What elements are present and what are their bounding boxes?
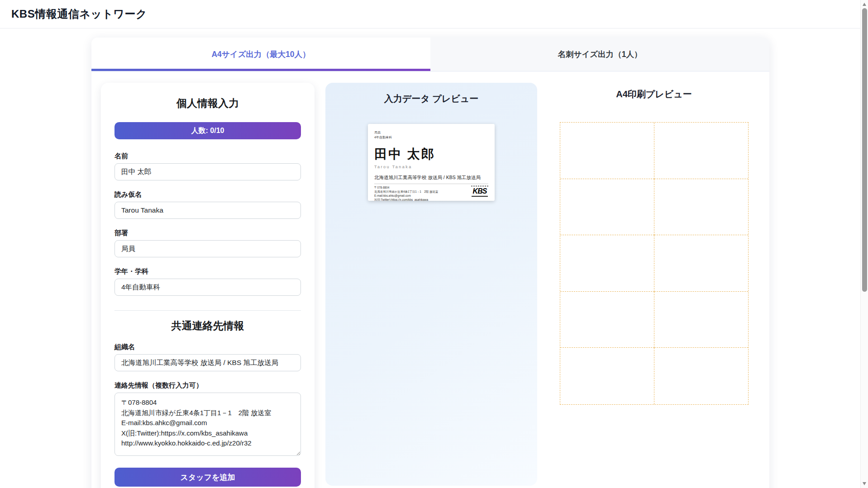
card-department: 局員 bbox=[374, 130, 488, 135]
scroll-down-arrow-icon[interactable] bbox=[863, 482, 866, 485]
add-staff-button[interactable]: スタッフを追加 bbox=[114, 468, 301, 487]
a4-grid-cell bbox=[654, 292, 749, 348]
active-tab-indicator bbox=[91, 69, 430, 71]
scroll-up-arrow-icon[interactable] bbox=[863, 3, 866, 6]
a4-preview-title: A4印刷プレビュー bbox=[548, 88, 760, 100]
kana-input[interactable] bbox=[114, 202, 301, 219]
app-header: KBS情報通信ネットワーク bbox=[0, 0, 868, 28]
tab-meishi-output[interactable]: 名刺サイズ出力（1人） bbox=[430, 38, 769, 71]
a4-grid-cell bbox=[654, 235, 749, 292]
name-input[interactable] bbox=[114, 163, 301, 180]
kbs-logo: KBS bbox=[470, 185, 489, 197]
card-name: 田中 太郎 bbox=[374, 146, 488, 163]
a4-grid-cell bbox=[654, 348, 749, 404]
card-organization: 北海道旭川工業高等学校 放送局 / KBS 旭工放送局 bbox=[374, 175, 488, 181]
staff-count-badge: 人数: 0/10 bbox=[114, 122, 301, 139]
a4-grid-cell bbox=[560, 235, 654, 292]
kbs-logo-tagline-icon bbox=[471, 185, 488, 187]
grade-input[interactable] bbox=[114, 279, 301, 296]
preview-title: 入力データ プレビュー bbox=[325, 83, 537, 105]
form-divider bbox=[114, 310, 301, 311]
department-label: 部署 bbox=[114, 229, 301, 237]
tab-a4-label: A4サイズ出力（最大10人） bbox=[211, 49, 310, 60]
contact-info-label: 連絡先情報（複数行入力可） bbox=[114, 381, 301, 390]
shared-contact-title: 共通連絡先情報 bbox=[114, 319, 301, 333]
contact-info-textarea[interactable]: 〒078-8804 北海道旭川市緑が丘東4条1丁目1－1 2階 放送室 E-ma… bbox=[114, 393, 301, 456]
kbs-logo-icon: KBS bbox=[470, 188, 489, 195]
kbs-logo-caption-icon bbox=[472, 196, 488, 197]
organization-label: 組織名 bbox=[114, 343, 301, 351]
a4-print-preview-grid bbox=[560, 122, 749, 405]
card-romaji: Tarou Tanaka bbox=[374, 165, 488, 169]
input-data-preview-panel: 入力データ プレビュー 局員 4年自動車科 田中 太郎 Tarou Tanaka… bbox=[325, 83, 537, 486]
kana-label: 読み仮名 bbox=[114, 190, 301, 199]
tab-bar: A4サイズ出力（最大10人） 名刺サイズ出力（1人） bbox=[91, 38, 769, 71]
card-divider bbox=[374, 184, 488, 184]
a4-grid-cell bbox=[560, 348, 654, 404]
a4-grid-cell bbox=[560, 179, 654, 236]
tab-a4-output[interactable]: A4サイズ出力（最大10人） bbox=[91, 38, 430, 71]
personal-info-form: 個人情報入力 人数: 0/10 名前 読み仮名 部署 学年・学科 共通連絡先情報… bbox=[101, 83, 315, 488]
app-title: KBS情報通信ネットワーク bbox=[11, 7, 147, 21]
business-card-preview: 局員 4年自動車科 田中 太郎 Tarou Tanaka 北海道旭川工業高等学校… bbox=[368, 124, 495, 201]
card-contact-line: X(旧:Twitter):https://x.com/kbs_asahikawa bbox=[374, 198, 488, 201]
a4-grid-cell bbox=[560, 123, 654, 179]
a4-grid-cell bbox=[560, 292, 654, 348]
form-title: 個人情報入力 bbox=[114, 96, 301, 110]
department-input[interactable] bbox=[114, 240, 301, 257]
a4-grid-cell bbox=[654, 179, 749, 236]
grade-label: 学年・学科 bbox=[114, 267, 301, 276]
name-label: 名前 bbox=[114, 152, 301, 161]
a4-grid-cell bbox=[654, 123, 749, 179]
scrollbar-thumb[interactable] bbox=[862, 8, 867, 292]
vertical-scrollbar[interactable] bbox=[860, 0, 868, 488]
tab-meishi-label: 名刺サイズ出力（1人） bbox=[558, 49, 642, 60]
organization-input[interactable] bbox=[114, 354, 301, 371]
card-grade: 4年自動車科 bbox=[374, 135, 488, 140]
